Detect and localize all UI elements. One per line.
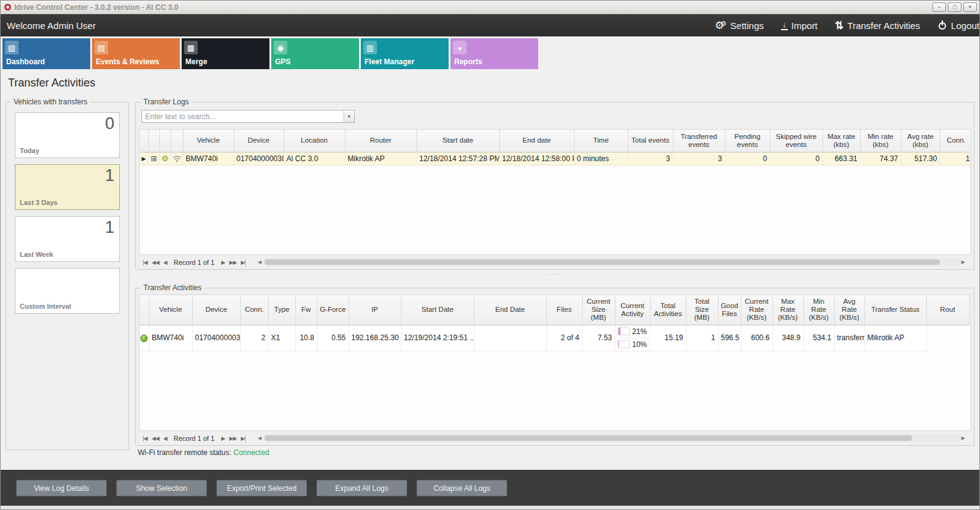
col-header-start-date[interactable]: Start Date [401,295,474,325]
reports-pie-icon: ◕ [453,41,467,54]
scroll-right-button[interactable]: ▶ [960,435,967,441]
minimize-button[interactable]: – [932,2,946,12]
pager-last-button[interactable]: ▶| [241,435,245,441]
transfer-activities-button[interactable]: ⇅ Transfer Activities [835,20,920,31]
pager-next-page-button[interactable]: ▶▶ [229,259,237,265]
transfer-activity-row[interactable]: BMW740i 017040000038 2 X1 10.8 0.55 192.… [140,325,969,351]
cell-start-date: 12/18/2014 12:57:28 PM [416,152,499,165]
col-header-pending-events[interactable]: Pending events [725,130,770,152]
col-header-expand [148,130,159,152]
tile-merge[interactable]: ▦ Merge [182,38,269,69]
col-header-total-events[interactable]: Total events [628,130,673,152]
col-header-gforce[interactable]: G-Force [317,295,348,325]
col-header-time[interactable]: Time [574,130,628,152]
cell-total-size: 15.19 [650,325,686,351]
cell-start-date: 12/19/2014 2:19:51 ... [401,325,474,351]
maximize-button[interactable]: □ [948,2,961,12]
view-log-details-button[interactable]: View Log Details [16,480,107,496]
col-header-start-date[interactable]: Start date [416,130,499,152]
col-header-good-files[interactable]: Good Files [718,295,741,325]
col-header-max-rate[interactable]: Max rate (kbs) [822,130,860,152]
col-header-ip[interactable]: IP [348,295,401,325]
search-dropdown-button[interactable]: ▼ [344,111,354,122]
card-today[interactable]: 0 Today [15,112,120,158]
pager-last-button[interactable]: ▶| [241,259,245,265]
scroll-left-button[interactable]: ◀ [256,259,263,265]
col-header-min-rate[interactable]: Min Rate (KB/s) [803,295,834,325]
col-header-router[interactable]: Rout [926,295,969,325]
tile-reports[interactable]: ◕ Reports [450,38,538,69]
cell-avg-rate: 534.1 [803,325,834,351]
scrollbar-track[interactable] [263,258,960,266]
scroll-left-button[interactable]: ◀ [256,435,263,441]
col-header-end-date[interactable]: End date [499,130,574,152]
col-header-vehicle[interactable]: Vehicle [149,295,192,325]
tile-events-reviews[interactable]: ▤ Events & Reviews [92,38,180,69]
pager-next-page-button[interactable]: ▶▶ [229,435,237,441]
pager-prev-button[interactable]: ◀ [163,435,167,441]
col-header-skipped-wire-events[interactable]: Skipped wire events [770,130,822,152]
cell-min-rate: 74.37 [860,152,901,165]
pager-next-button[interactable]: ▶ [221,435,225,441]
col-header-transferred-events[interactable]: Transferred events [673,130,725,152]
col-header-wifi [171,130,183,152]
col-header-location[interactable]: Location [284,130,345,152]
col-header-device[interactable]: Device [192,295,240,325]
col-header-current-rate[interactable]: Current Rate (KB/s) [741,295,772,325]
col-header-total-size[interactable]: Total Size (MB) [686,295,718,325]
col-header-max-rate[interactable]: Max Rate (KB/s) [772,295,803,325]
cell-type: X1 [268,325,295,351]
logout-button[interactable]: Logout [937,20,979,31]
cell-min-rate: 348.9 [772,325,803,351]
pager-first-button[interactable]: |◀ [143,259,147,265]
scroll-right-button[interactable]: ▶ [960,259,967,265]
col-header-router[interactable]: Router [345,130,416,152]
card-last-3-days[interactable]: 1 Last 3 Days [15,164,120,210]
tile-fleet-manager[interactable]: ▥ Fleet Manager [361,38,449,69]
close-button[interactable]: × [963,2,977,12]
col-header-min-rate[interactable]: Min rate (kbs) [860,130,901,152]
pager-first-button[interactable]: |◀ [143,435,147,441]
col-header-device[interactable]: Device [234,130,284,152]
col-header-type[interactable]: Type [268,295,295,325]
card-last-week[interactable]: 1 Last Week [15,216,120,262]
col-header-total-activities[interactable]: Total Activities [650,295,686,325]
col-header-fw[interactable]: Fw [295,295,317,325]
tile-gps[interactable]: ◉ GPS [271,38,359,69]
merge-icon: ▦ [184,41,198,54]
panel-splitter[interactable]: ······ [135,270,974,278]
show-selection-button[interactable]: Show Selection [116,480,207,496]
transfer-logs-table: Vehicle Device Location Router Start dat… [140,130,971,165]
collapse-all-logs-button[interactable]: Collapse All Logs [416,480,507,496]
col-header-current-activity[interactable]: Current Activity [615,295,650,325]
col-header-files[interactable]: Files [546,295,582,325]
col-header-conn[interactable]: Conn. [940,130,971,152]
col-header-avg-rate[interactable]: Avg rate (kbs) [901,130,940,152]
search-input[interactable] [142,111,344,122]
pager-prev-page-button[interactable]: ◀◀ [151,435,159,441]
card-custom-interval[interactable]: Custom Interval [15,268,120,314]
col-header-conn[interactable]: Conn. [240,295,268,325]
import-button[interactable]: ↓ Import [781,20,817,31]
scrollbar-thumb[interactable] [264,259,940,265]
window-title: Idrive Control Center - 3.0.2 version - … [14,3,932,12]
expand-row-icon[interactable]: ⊞ [148,152,159,165]
wifi-transfer-status: Wi-Fi transfer remote status: Connected [138,448,974,459]
export-print-selected-button[interactable]: Export/Print Selected [216,480,307,496]
transfer-log-row[interactable]: ▶ ⊞ ⚙ BMW740i 017040000038 Al CC [140,152,971,165]
pager-prev-page-button[interactable]: ◀◀ [151,259,159,265]
col-header-vehicle[interactable]: Vehicle [183,130,234,152]
tile-dashboard[interactable]: ▧ Dashboard [2,38,90,69]
col-header-avg-rate[interactable]: Avg Rate (KB/s) [834,295,864,325]
col-header-current-size[interactable]: Current Size (MB) [582,295,615,325]
col-header-end-date[interactable]: End Date [474,295,546,325]
pager-next-button[interactable]: ▶ [221,259,225,265]
expand-all-logs-button[interactable]: Expand All Logs [316,480,407,496]
col-header-transfer-status[interactable]: Transfer Status [864,295,926,325]
cell-location: Al CC 3.0 [284,152,345,165]
settings-button[interactable]: ⚙⚙ Settings [715,20,764,31]
scrollbar-track[interactable] [263,434,960,442]
pager-prev-button[interactable]: ◀ [163,259,167,265]
card-last-3-days-value: 1 [105,166,114,185]
scrollbar-thumb[interactable] [264,435,912,441]
